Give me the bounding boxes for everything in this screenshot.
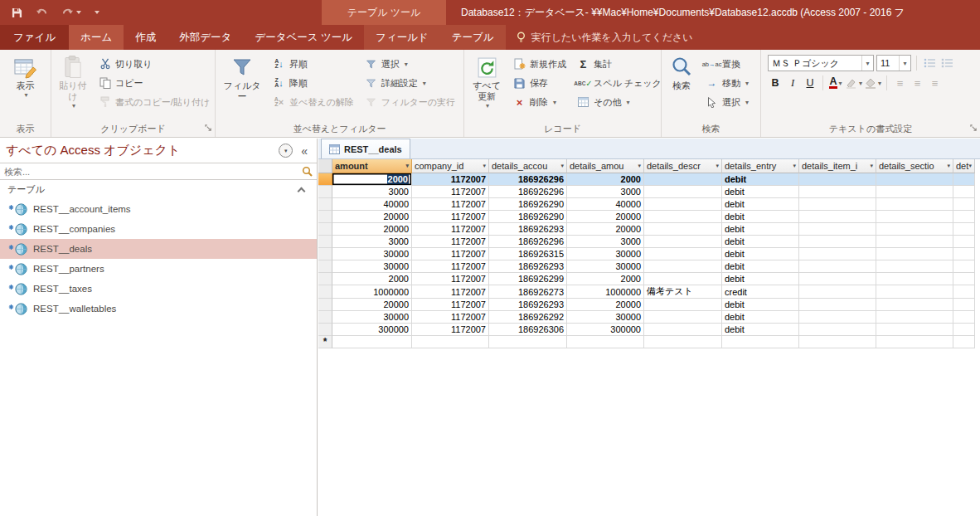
cell[interactable] — [644, 223, 722, 236]
column-header-details_amou[interactable]: details_amou ▾ — [567, 159, 644, 173]
cell[interactable] — [876, 324, 953, 336]
cell[interactable] — [876, 299, 953, 311]
cell[interactable] — [876, 223, 953, 236]
find-button[interactable]: 検索 — [664, 52, 699, 123]
cell[interactable] — [799, 299, 876, 311]
cell[interactable]: 186926290 — [489, 198, 567, 211]
cell[interactable]: credit — [722, 285, 799, 299]
empty-cell[interactable] — [953, 336, 975, 348]
tab-create[interactable]: 作成 — [124, 25, 167, 50]
cell[interactable] — [644, 311, 722, 324]
cell[interactable] — [953, 211, 975, 223]
nav-item-REST__deals[interactable]: REST__deals — [0, 239, 317, 259]
cell[interactable]: 186926293 — [489, 260, 567, 273]
cell[interactable]: 40000 — [332, 198, 412, 211]
select-all-corner[interactable] — [318, 159, 332, 173]
cell[interactable] — [644, 248, 722, 260]
align-right-icon[interactable]: ≡ — [927, 75, 942, 91]
cell[interactable]: 186926290 — [489, 211, 567, 223]
cell[interactable]: 20000 — [332, 211, 412, 223]
column-header-details_sectio[interactable]: details_sectio ▾ — [876, 159, 953, 173]
cell[interactable] — [799, 211, 876, 223]
bullet-list-icon[interactable] — [922, 55, 937, 71]
cell[interactable] — [953, 248, 975, 260]
paste-button[interactable]: 貼り付け ▾ — [54, 52, 92, 123]
format-painter-button[interactable]: 書式のコピー/貼り付け — [94, 93, 214, 111]
record-selector[interactable] — [318, 285, 332, 299]
save-record-button[interactable]: 保存 — [508, 74, 570, 92]
record-selector[interactable] — [318, 260, 332, 273]
cell[interactable] — [644, 260, 722, 273]
cell[interactable]: 20000 — [567, 211, 644, 223]
highlight-color-button[interactable]: ▾ — [846, 75, 862, 91]
cell[interactable] — [799, 186, 876, 198]
cell[interactable]: 備考テスト — [644, 285, 722, 299]
cell[interactable]: 1172007 — [412, 311, 489, 324]
cell[interactable] — [876, 186, 953, 198]
cell[interactable] — [799, 311, 876, 324]
refresh-all-button[interactable]: すべて更新 ▾ — [467, 52, 507, 123]
nav-item-REST__companies[interactable]: REST__companies — [0, 219, 317, 239]
cell[interactable]: 3000 — [567, 186, 644, 198]
cell[interactable] — [799, 324, 876, 336]
cell[interactable]: debit — [722, 211, 799, 223]
column-header-company_id[interactable]: company_id ▾ — [412, 159, 489, 173]
search-input[interactable] — [4, 167, 298, 177]
cell[interactable] — [644, 173, 722, 186]
remove-sort-button[interactable]: AZ× 並べ替えの解除 — [268, 93, 358, 111]
cell[interactable] — [799, 273, 876, 285]
cell[interactable]: 1172007 — [412, 273, 489, 285]
column-header-details_descr[interactable]: details_descr ▾ — [644, 159, 722, 173]
cell[interactable]: 1172007 — [412, 248, 489, 260]
cell[interactable]: 186926296 — [489, 173, 567, 186]
cell[interactable]: 30000 — [332, 260, 412, 273]
column-header-details_item_i[interactable]: details_item_i ▾ — [799, 159, 876, 173]
filter-button[interactable]: フィルター — [218, 52, 266, 123]
record-selector[interactable] — [318, 211, 332, 223]
record-selector[interactable] — [318, 223, 332, 236]
cell[interactable]: 30000 — [567, 311, 644, 324]
record-selector[interactable] — [318, 236, 332, 248]
cell[interactable]: 1172007 — [412, 299, 489, 311]
cell[interactable]: 20000 — [567, 223, 644, 236]
font-color-button[interactable]: A▾ — [828, 75, 843, 91]
selection-filter-button[interactable]: 選択 ▾ — [360, 55, 459, 73]
cell[interactable]: 186926306 — [489, 324, 567, 336]
cell[interactable]: 20000 — [332, 223, 412, 236]
cell[interactable]: 1172007 — [412, 236, 489, 248]
cell[interactable]: debit — [722, 186, 799, 198]
cell[interactable]: 186926292 — [489, 311, 567, 324]
record-selector[interactable] — [318, 248, 332, 260]
cell[interactable] — [644, 299, 722, 311]
cell[interactable] — [799, 223, 876, 236]
cell[interactable] — [876, 311, 953, 324]
cell[interactable] — [799, 173, 876, 186]
document-tab-rest-deals[interactable]: REST__deals — [321, 139, 410, 158]
font-name-combo[interactable]: ＭＳ Ｐゴシック ▾ — [768, 55, 874, 71]
cell[interactable] — [953, 299, 975, 311]
cell[interactable]: 1172007 — [412, 186, 489, 198]
cell[interactable]: 1172007 — [412, 173, 489, 186]
background-color-button[interactable]: ▾ — [865, 75, 881, 91]
empty-cell[interactable] — [799, 336, 876, 348]
align-left-icon[interactable]: ≡ — [892, 75, 907, 91]
cell[interactable]: 30000 — [332, 311, 412, 324]
cell[interactable]: debit — [722, 273, 799, 285]
cell[interactable]: 30000 — [567, 260, 644, 273]
cell[interactable] — [876, 248, 953, 260]
tab-file[interactable]: ファイル — [0, 25, 69, 50]
cell[interactable] — [876, 260, 953, 273]
cell[interactable]: debit — [722, 223, 799, 236]
tab-table[interactable]: テーブル — [440, 25, 506, 50]
underline-button[interactable]: U — [803, 75, 817, 91]
advanced-filter-button[interactable]: 詳細設定 ▾ — [360, 74, 459, 92]
cell[interactable] — [644, 324, 722, 336]
tell-me-box[interactable]: 実行したい作業を入力してください — [506, 25, 703, 50]
sort-descending-button[interactable]: ZA↓ 降順 — [268, 74, 358, 92]
cell[interactable] — [799, 198, 876, 211]
cell[interactable]: debit — [722, 311, 799, 324]
cell[interactable] — [953, 236, 975, 248]
undo-button[interactable] — [36, 7, 48, 17]
cell[interactable] — [799, 285, 876, 299]
numbered-list-icon[interactable] — [939, 55, 954, 71]
